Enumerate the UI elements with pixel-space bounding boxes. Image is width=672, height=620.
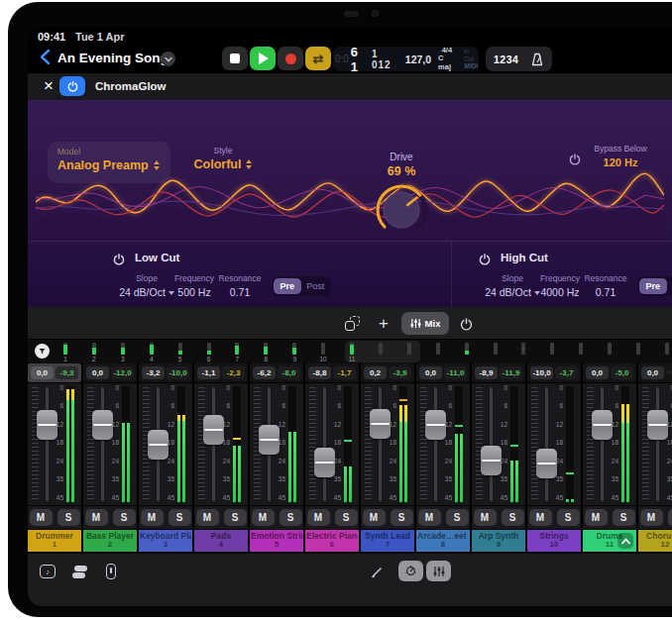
overview-meter[interactable] bbox=[547, 342, 557, 363]
project-menu-chevron-icon[interactable] bbox=[161, 52, 175, 66]
overview-meter[interactable]: 6 bbox=[204, 342, 214, 363]
mute-button[interactable]: M bbox=[196, 509, 219, 526]
pre-option[interactable]: Pre bbox=[639, 278, 667, 294]
peak-value[interactable] bbox=[666, 370, 672, 374]
overview-meter[interactable] bbox=[376, 342, 386, 363]
solo-button[interactable]: S bbox=[502, 509, 524, 526]
solo-button[interactable]: S bbox=[168, 509, 191, 526]
volume-value[interactable]: 0,0 bbox=[641, 366, 664, 379]
volume-value[interactable]: -3,2 bbox=[142, 366, 165, 379]
count-in-button[interactable]: 1234 bbox=[494, 53, 518, 65]
overview-meter[interactable]: 4 bbox=[147, 342, 157, 363]
peak-value[interactable]: -10,0 bbox=[167, 366, 189, 379]
volume-value[interactable]: -10,0 bbox=[530, 366, 553, 379]
back-chevron-icon[interactable] bbox=[36, 49, 54, 68]
overview-meter[interactable]: 9 bbox=[289, 342, 299, 363]
add-track-button[interactable]: + bbox=[372, 313, 395, 335]
overview-meter[interactable]: 3 bbox=[118, 342, 128, 363]
track-name-block[interactable]: Chorus V12 bbox=[638, 530, 672, 552]
mute-button[interactable]: M bbox=[252, 509, 275, 526]
track-name-block[interactable]: Arcade…eet Pad8 bbox=[416, 530, 470, 552]
peak-value[interactable]: -9,3 bbox=[56, 366, 78, 379]
duplicate-button[interactable] bbox=[339, 313, 367, 335]
expand-stack-button[interactable] bbox=[617, 533, 633, 549]
mute-button[interactable]: M bbox=[363, 509, 386, 526]
low-cut-resonance[interactable]: Resonance 0.71 bbox=[208, 273, 272, 298]
track-name-block[interactable]: Pads4 bbox=[194, 530, 248, 552]
overview-meter[interactable]: 1 bbox=[60, 342, 70, 363]
solo-button[interactable]: S bbox=[57, 509, 80, 526]
overview-meter[interactable]: 8 bbox=[261, 342, 271, 363]
peak-value[interactable]: -3,9 bbox=[389, 366, 411, 379]
solo-button[interactable]: S bbox=[391, 509, 413, 526]
mute-button[interactable]: M bbox=[529, 509, 552, 526]
overview-meter[interactable]: 10 bbox=[318, 342, 328, 363]
edit-button[interactable] bbox=[367, 561, 387, 582]
solo-button[interactable]: S bbox=[335, 509, 358, 526]
overview-meter[interactable] bbox=[433, 342, 443, 363]
volume-value[interactable]: -8,9 bbox=[475, 366, 498, 379]
metronome-button[interactable] bbox=[530, 52, 544, 66]
plugin-power-toggle[interactable] bbox=[59, 76, 85, 96]
mute-button[interactable]: M bbox=[474, 509, 497, 526]
post-option[interactable]: Post bbox=[668, 278, 672, 294]
overview-meter[interactable] bbox=[462, 342, 472, 363]
overview-meter[interactable]: 11 bbox=[347, 342, 357, 363]
mute-button[interactable]: M bbox=[585, 509, 608, 526]
post-option[interactable]: Post bbox=[302, 278, 330, 294]
mix-view-button[interactable]: Mix bbox=[401, 312, 449, 335]
project-title[interactable]: An Evening Song bbox=[57, 51, 168, 65]
volume-value[interactable]: 0,0 bbox=[86, 366, 109, 379]
smart-controls-button[interactable] bbox=[398, 561, 423, 581]
solo-button[interactable]: S bbox=[224, 509, 247, 526]
high-cut-power-icon[interactable] bbox=[479, 252, 491, 269]
solo-button[interactable]: S bbox=[668, 509, 672, 526]
pre-option[interactable]: Pre bbox=[274, 278, 301, 294]
play-button[interactable] bbox=[250, 47, 276, 70]
stop-button[interactable] bbox=[222, 47, 248, 70]
mixer-view-button[interactable] bbox=[426, 561, 451, 581]
overview-meter[interactable]: 5 bbox=[175, 342, 185, 363]
peak-value[interactable]: -2,3 bbox=[222, 366, 245, 379]
browser-button[interactable] bbox=[67, 561, 91, 582]
low-cut-power-icon[interactable] bbox=[113, 252, 125, 269]
volume-value[interactable]: 0,0 bbox=[419, 366, 442, 379]
overview-meter[interactable] bbox=[605, 342, 615, 363]
high-cut-pre-post-toggle[interactable]: Pre Post bbox=[637, 276, 672, 296]
volume-value[interactable]: -8,8 bbox=[308, 366, 331, 379]
drive-knob[interactable] bbox=[374, 182, 429, 238]
style-selector[interactable]: Style Colorful bbox=[178, 146, 268, 171]
track-name-block[interactable]: Electric Piano6 bbox=[305, 530, 359, 552]
overview-meter[interactable] bbox=[633, 342, 643, 363]
overview-meter[interactable]: 7 bbox=[232, 342, 242, 363]
solo-button[interactable]: S bbox=[557, 509, 580, 526]
peak-value[interactable]: -12,0 bbox=[111, 366, 134, 379]
solo-button[interactable]: S bbox=[613, 509, 635, 526]
high-cut-resonance[interactable]: Resonance 0.71 bbox=[574, 273, 637, 298]
plugins-button[interactable] bbox=[99, 561, 123, 582]
volume-value[interactable]: 0,2 bbox=[364, 366, 387, 379]
mute-button[interactable]: M bbox=[85, 509, 108, 526]
solo-button[interactable]: S bbox=[446, 509, 469, 526]
peak-value[interactable]: -8,0 bbox=[278, 366, 300, 379]
volume-value[interactable]: 0,0 bbox=[586, 366, 609, 379]
track-name-block[interactable]: Drummer1 bbox=[28, 530, 81, 552]
bypass-power-icon[interactable] bbox=[569, 152, 581, 169]
solo-button[interactable]: S bbox=[280, 509, 302, 526]
peak-value[interactable]: -11,9 bbox=[500, 366, 522, 379]
volume-value[interactable]: 0,0 bbox=[31, 366, 54, 379]
filter-button[interactable] bbox=[35, 344, 50, 359]
close-plugin-icon[interactable]: × bbox=[38, 75, 59, 97]
level-control[interactable]: Level 0.0 bbox=[664, 144, 672, 168]
cycle-button[interactable]: ⇄ bbox=[305, 47, 331, 70]
overview-meter[interactable] bbox=[404, 342, 414, 363]
mute-button[interactable]: M bbox=[640, 509, 663, 526]
loop-browser-button[interactable]: ♪ bbox=[36, 561, 59, 582]
mute-button[interactable]: M bbox=[418, 509, 441, 526]
track-name-block[interactable]: Strings10 bbox=[527, 530, 581, 552]
mixer-power-button[interactable] bbox=[453, 313, 479, 335]
mute-button[interactable]: M bbox=[141, 509, 164, 526]
overview-meter[interactable] bbox=[518, 342, 528, 363]
peak-value[interactable]: -11,0 bbox=[444, 366, 467, 379]
record-button[interactable] bbox=[278, 47, 303, 70]
